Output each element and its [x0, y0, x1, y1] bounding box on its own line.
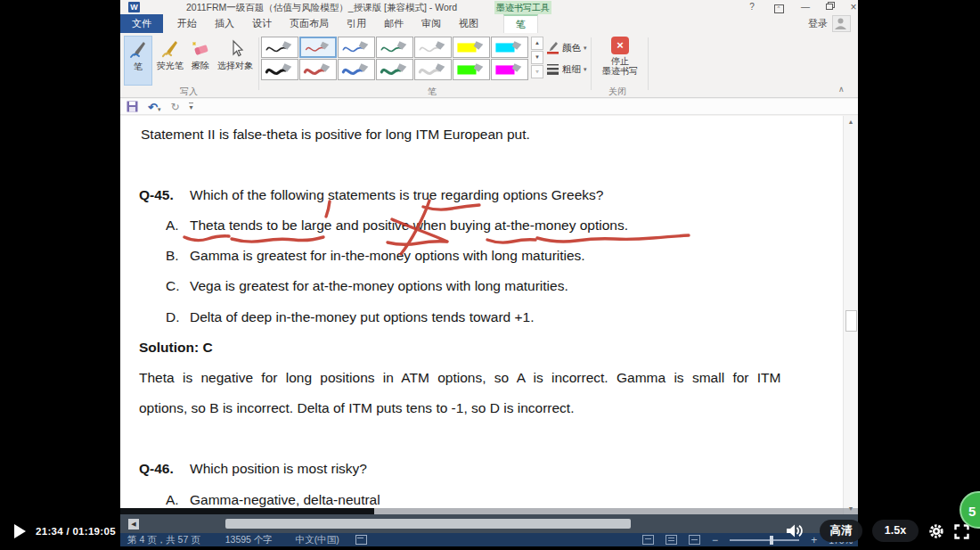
minimize-button[interactable]: —: [796, 1, 815, 13]
pen-style-swatch[interactable]: [338, 59, 375, 80]
tab-review[interactable]: 审阅: [412, 14, 450, 33]
sign-in-link[interactable]: 登录: [808, 17, 828, 30]
pen-weight-button[interactable]: 粗细 ▾: [547, 60, 587, 78]
video-left-bar: [0, 0, 120, 550]
gallery-more-button[interactable]: ▿: [531, 65, 543, 78]
scroll-up-icon[interactable]: ▲: [844, 119, 858, 125]
vertical-scrollbar[interactable]: ▲ ▼: [843, 116, 858, 514]
gallery-scroll-down-button[interactable]: ▼: [531, 51, 543, 64]
cursor-arrow-icon: [225, 39, 245, 59]
pen-style-swatch[interactable]: [261, 59, 298, 80]
highlighter-icon: [160, 39, 180, 59]
word-count[interactable]: 13595 个字: [225, 534, 273, 546]
gallery-scroll-up-button[interactable]: ▲: [531, 37, 543, 50]
page-indicator[interactable]: 第 4 页，共 57 页: [127, 534, 200, 546]
pen-style-swatch[interactable]: [261, 37, 298, 58]
select-objects-label: 选择对象: [217, 60, 253, 72]
pen-style-swatch[interactable]: [299, 37, 337, 58]
highlighter-tool-label: 荧光笔: [157, 60, 184, 72]
save-button[interactable]: [127, 101, 138, 112]
pen-weight-label: 粗细: [562, 63, 581, 76]
web-layout-button[interactable]: [689, 535, 700, 545]
play-button[interactable]: [14, 524, 26, 538]
q45-option-text: Delta of deep in-the-money put options t…: [190, 309, 534, 325]
vertical-scroll-thumb[interactable]: [845, 310, 857, 332]
q45-option-text: Vega is greatest for at-the-money option…: [190, 278, 568, 294]
pen-style-swatch[interactable]: [414, 59, 452, 80]
tab-pen-active[interactable]: 笔: [503, 14, 538, 33]
write-group-label: 写入: [158, 86, 220, 98]
pen-style-swatch[interactable]: [414, 37, 452, 58]
pen-style-swatch[interactable]: [376, 59, 413, 80]
restore-button[interactable]: [821, 1, 840, 13]
pen-style-swatch[interactable]: [491, 37, 528, 58]
zoom-slider[interactable]: [730, 539, 799, 541]
quality-badge[interactable]: 高清: [820, 520, 862, 542]
q46-question: Which position is most risky?: [190, 461, 367, 477]
tab-page-layout[interactable]: 页面布局: [281, 14, 338, 33]
group-separator: [258, 37, 259, 90]
q46-label: Q-46.: [139, 461, 174, 477]
language-indicator[interactable]: 中文(中国): [296, 534, 339, 546]
tab-references[interactable]: 引用: [338, 14, 375, 33]
read-mode-button[interactable]: [642, 535, 654, 545]
pen-style-swatch[interactable]: [453, 59, 490, 80]
pen-style-gallery: [261, 37, 529, 80]
tab-mailings[interactable]: 邮件: [375, 14, 412, 33]
tab-insert[interactable]: 插入: [206, 14, 243, 33]
scroll-left-icon[interactable]: ◀: [128, 519, 139, 529]
pen-style-swatch[interactable]: [376, 37, 413, 58]
horizontal-scroll-thumb[interactable]: [225, 519, 631, 529]
pen-style-swatch[interactable]: [453, 37, 490, 58]
tab-home[interactable]: 开始: [168, 14, 206, 33]
tab-view[interactable]: 视图: [450, 14, 487, 33]
stop-inking-button[interactable]: × 停止 墨迹书写: [596, 37, 644, 76]
undo-dropdown-arrow: ▾: [158, 106, 161, 112]
playback-speed-button[interactable]: 1.5x: [872, 520, 919, 542]
ink-tools-context-header: 墨迹书写工具: [494, 1, 551, 14]
account-avatar[interactable]: [832, 15, 851, 32]
pen-style-swatch[interactable]: [338, 37, 375, 58]
video-time: 21:34 / 01:19:05: [36, 526, 116, 537]
pen-style-swatch[interactable]: [299, 59, 337, 80]
restore-icon: [826, 2, 835, 10]
document-page[interactable]: Statement II is false-theta is positive …: [120, 116, 843, 508]
fullscreen-button[interactable]: [954, 524, 969, 539]
horizontal-scrollbar[interactable]: ◀: [120, 514, 858, 533]
q45-option-letter: A.: [166, 218, 179, 234]
dropdown-arrow-icon: ▾: [584, 45, 587, 52]
pen-group-label: 笔: [401, 86, 463, 98]
tab-file[interactable]: 文件: [120, 14, 163, 33]
close-button[interactable]: ×: [844, 1, 858, 13]
eraser-icon: [191, 39, 210, 59]
settings-gear-icon[interactable]: [927, 522, 945, 540]
ribbon: 笔 荧光笔 擦除 选择对象: [120, 33, 858, 98]
redo-button[interactable]: ↻: [170, 101, 179, 113]
zoom-out-button[interactable]: −: [712, 534, 718, 546]
volume-button[interactable]: [786, 524, 803, 538]
collapse-ribbon-button[interactable]: ∧: [838, 85, 845, 94]
customize-qat-button[interactable]: ▾: [189, 103, 192, 111]
zoom-in-button[interactable]: +: [811, 534, 817, 546]
tab-design[interactable]: 设计: [243, 14, 281, 33]
gallery-scroll: ▲ ▼ ▿: [531, 37, 543, 79]
pen-tool-button[interactable]: 笔: [124, 36, 152, 86]
quick-access-toolbar: ↶▾ ↻ ▾: [120, 99, 858, 115]
pen-color-button[interactable]: 颜色 ▾: [547, 38, 587, 57]
select-objects-button[interactable]: 选择对象: [215, 36, 256, 86]
erase-tool-label: 擦除: [192, 60, 209, 72]
video-seek-bar[interactable]: [120, 508, 858, 514]
pen-icon: [128, 40, 148, 60]
highlighter-tool-button[interactable]: 荧光笔: [155, 36, 185, 86]
stop-inking-label-line1: 停止: [596, 56, 644, 66]
undo-button[interactable]: ↶▾: [148, 99, 160, 115]
print-layout-button[interactable]: [666, 535, 677, 545]
q45-option-letter: B.: [166, 248, 179, 264]
help-button[interactable]: ?: [742, 1, 762, 13]
q45-option-letter: C.: [166, 278, 180, 294]
erase-tool-button[interactable]: 擦除: [188, 36, 213, 86]
ribbon-options-button[interactable]: ^: [769, 1, 788, 13]
proofing-status-icon[interactable]: [355, 535, 367, 545]
zoom-slider-knob[interactable]: [770, 536, 773, 545]
pen-style-swatch[interactable]: [491, 59, 528, 80]
